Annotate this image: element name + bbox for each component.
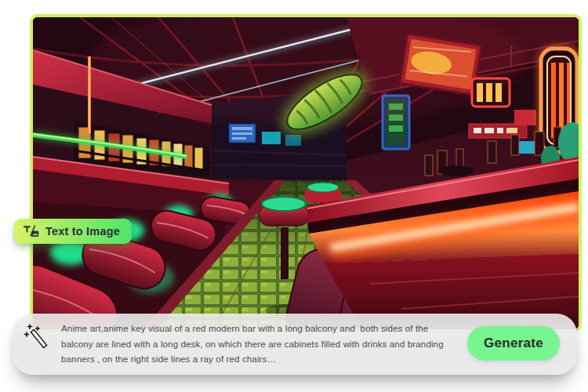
prompt-bar: Anime art,anime key visual of a red mode… (13, 314, 577, 375)
prompt-input[interactable]: Anime art,anime key visual of a red mode… (61, 321, 456, 367)
magic-wand-cursor-icon (24, 322, 52, 354)
text-to-image-label: Text to Image (45, 225, 120, 238)
generated-image (30, 14, 582, 332)
text-to-image-badge[interactable]: Text to Image (14, 219, 132, 244)
generated-image-art (33, 17, 579, 329)
text-to-image-icon (23, 224, 39, 238)
generate-button[interactable]: Generate (467, 326, 560, 361)
